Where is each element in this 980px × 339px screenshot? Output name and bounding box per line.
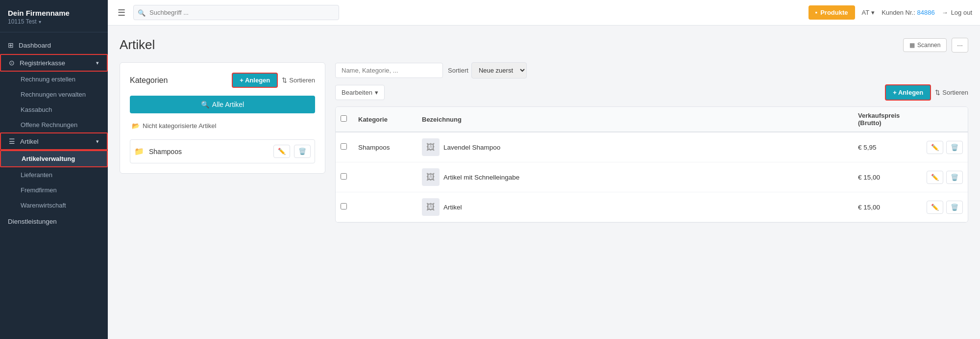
row-kategorie: Shampoos bbox=[353, 132, 417, 162]
produkte-icon: ▪ bbox=[815, 9, 818, 16]
produkte-button[interactable]: ▪ Produkte bbox=[808, 5, 855, 20]
row-checkbox[interactable] bbox=[341, 143, 347, 150]
row-delete-button[interactable]: 🗑️ bbox=[946, 201, 963, 214]
row-kategorie bbox=[353, 162, 417, 192]
artikel-search-input[interactable] bbox=[335, 63, 443, 78]
sidebar-item-dienstleistungen[interactable]: Dienstleistungen bbox=[0, 213, 108, 230]
sidebar-item-dashboard[interactable]: ⊞ Dashboard bbox=[0, 36, 108, 54]
row-edit-button[interactable]: ✏️ bbox=[927, 171, 943, 184]
sidebar-item-lieferanten[interactable]: Lieferanten bbox=[0, 167, 108, 183]
page-title-row: Artikel ▦ Scannen ··· bbox=[120, 37, 968, 52]
row-bezeichnung: 🖼 Lavendel Shampoo bbox=[417, 132, 853, 162]
kategorien-column: Kategorien + Anlegen ⇅ Sortieren 🔍 Alle … bbox=[120, 62, 325, 223]
delete-icon[interactable]: 🗑️ bbox=[294, 145, 311, 158]
kategorien-header-actions: + Anlegen ⇅ Sortieren bbox=[232, 73, 315, 88]
row-actions-cell: ✏️ 🗑️ bbox=[922, 162, 968, 192]
row-preis: € 5,95 bbox=[853, 132, 922, 162]
scan-button[interactable]: ▦ Scannen bbox=[903, 38, 947, 52]
chevron-down-icon: ▾ bbox=[96, 138, 99, 145]
sort-icon: ⇅ bbox=[935, 89, 940, 96]
logout-icon: → bbox=[942, 9, 948, 16]
col-header-preis: Verkaufspreis (Brutto) bbox=[853, 107, 922, 132]
country-selector[interactable]: AT ▾ bbox=[862, 9, 875, 16]
main-content: ☰ 🔍 ▪ Produkte AT ▾ Kunden Nr.: 84886 → … bbox=[108, 0, 980, 339]
brand-sub[interactable]: 10115 Test ▾ bbox=[8, 18, 100, 25]
row-preis: € 15,00 bbox=[853, 192, 922, 222]
artikel-anlegen-button[interactable]: + Anlegen bbox=[885, 84, 931, 101]
list-item: 📁 Shampoos ✏️ 🗑️ bbox=[130, 139, 315, 163]
scan-icon: ▦ bbox=[909, 42, 915, 49]
row-delete-button[interactable]: 🗑️ bbox=[946, 171, 963, 184]
chevron-down-icon: ▾ bbox=[96, 60, 99, 66]
chevron-down-icon: ▾ bbox=[39, 19, 41, 25]
page-actions: ▦ Scannen ··· bbox=[903, 38, 968, 52]
artikel-table-card: Kategorie Bezeichnung Verkaufspreis (Bru… bbox=[335, 106, 968, 223]
sidebar-nav: ⊞ Dashboard ⊙ Registrierkasse ▾ Rechnung… bbox=[0, 32, 108, 339]
table-row: 🖼 Artikel mit Schnelleingabe € 15,00 ✏️ … bbox=[336, 162, 968, 192]
row-bezeichnung: 🖼 Artikel mit Schnelleingabe bbox=[417, 162, 853, 192]
alle-artikel-button[interactable]: 🔍 Alle Artikel bbox=[130, 96, 315, 113]
kunden-nr: Kunden Nr.: 84886 bbox=[882, 9, 934, 16]
sidebar-item-artikel[interactable]: ☰ Artikel ▾ bbox=[0, 132, 108, 150]
search-input[interactable] bbox=[133, 5, 339, 20]
sort-select-wrap: Sortiert Neue zuerst bbox=[448, 62, 527, 78]
sort-label: Sortiert bbox=[448, 67, 468, 74]
sidebar-item-kassabuch[interactable]: Kassabuch bbox=[0, 102, 108, 117]
sidebar-item-artikelverwaltung[interactable]: Artikelverwaltung bbox=[0, 150, 108, 167]
kunden-nr-link[interactable]: 84886 bbox=[917, 9, 934, 16]
more-button[interactable]: ··· bbox=[952, 38, 968, 52]
kategorien-card: Kategorien + Anlegen ⇅ Sortieren 🔍 Alle … bbox=[120, 62, 325, 174]
search-icon: 🔍 bbox=[201, 101, 209, 108]
artikel-filter-row: Sortiert Neue zuerst bbox=[335, 62, 968, 78]
search-bar: 🔍 bbox=[133, 5, 339, 20]
chevron-down-icon: ▾ bbox=[375, 89, 378, 96]
category-name: Shampoos bbox=[149, 148, 269, 156]
menu-icon[interactable]: ☰ bbox=[116, 5, 127, 20]
artikel-toolbar: Bearbeiten ▾ + Anlegen ⇅ Sortieren bbox=[335, 84, 968, 101]
sidebar-item-registrierkasse[interactable]: ⊙ Registrierkasse ▾ bbox=[0, 54, 108, 72]
row-kategorie bbox=[353, 192, 417, 222]
topbar-right: ▪ Produkte AT ▾ Kunden Nr.: 84886 → Log … bbox=[808, 5, 972, 20]
artikel-column: Sortiert Neue zuerst Bearbeiten ▾ bbox=[335, 62, 968, 223]
search-icon: 🔍 bbox=[138, 9, 146, 16]
logout-button[interactable]: → Log out bbox=[942, 9, 972, 16]
kategorien-sort-button[interactable]: ⇅ Sortieren bbox=[282, 77, 315, 84]
row-edit-button[interactable]: ✏️ bbox=[927, 201, 943, 214]
sidebar-item-fremdfirmen[interactable]: Fremdfirmen bbox=[0, 183, 108, 198]
toolbar-left: Bearbeiten ▾ bbox=[335, 85, 385, 100]
select-all-checkbox[interactable] bbox=[341, 115, 347, 122]
product-thumbnail: 🖼 bbox=[422, 138, 440, 156]
brand-name: Dein Firmenname bbox=[8, 9, 100, 17]
edit-icon[interactable]: ✏️ bbox=[273, 145, 290, 158]
row-delete-button[interactable]: 🗑️ bbox=[946, 141, 963, 154]
bearbeiten-button[interactable]: Bearbeiten ▾ bbox=[335, 85, 385, 100]
col-header-actions bbox=[922, 107, 968, 132]
row-edit-button[interactable]: ✏️ bbox=[927, 141, 943, 154]
kategorien-anlegen-button[interactable]: + Anlegen bbox=[232, 73, 278, 88]
nicht-kategorisiert-button[interactable]: 📂 Nicht kategorisierte Artikel bbox=[130, 118, 315, 133]
artikel-icon: ☰ bbox=[9, 137, 15, 145]
row-actions-cell: ✏️ 🗑️ bbox=[922, 132, 968, 162]
row-actions-cell: ✏️ 🗑️ bbox=[922, 192, 968, 222]
sidebar-item-rechnung-erstellen[interactable]: Rechnung erstellen bbox=[0, 72, 108, 87]
sidebar-brand: Dein Firmenname 10115 Test ▾ bbox=[0, 0, 108, 32]
page-content: Artikel ▦ Scannen ··· Kategorien + Anleg… bbox=[108, 26, 980, 339]
row-checkbox[interactable] bbox=[341, 203, 347, 209]
folder-icon: 📂 bbox=[132, 122, 140, 130]
product-thumbnail: 🖼 bbox=[422, 168, 440, 186]
sort-select[interactable]: Neue zuerst bbox=[471, 62, 527, 78]
toolbar-right: + Anlegen ⇅ Sortieren bbox=[885, 84, 968, 101]
row-bezeichnung: 🖼 Artikel bbox=[417, 192, 853, 222]
sidebar-item-offene-rechnungen[interactable]: Offene Rechnungen bbox=[0, 117, 108, 132]
kategorien-header: Kategorien + Anlegen ⇅ Sortieren bbox=[130, 73, 315, 88]
artikel-sort-button[interactable]: ⇅ Sortieren bbox=[935, 89, 968, 96]
sidebar-item-rechnungen-verwalten[interactable]: Rechnungen verwalten bbox=[0, 87, 108, 102]
folder-icon: 📁 bbox=[134, 147, 144, 156]
sidebar-item-warenwirtschaft[interactable]: Warenwirtschaft bbox=[0, 198, 108, 213]
col-header-kategorie: Kategorie bbox=[353, 107, 417, 132]
row-checkbox[interactable] bbox=[341, 173, 347, 180]
table-row: Shampoos 🖼 Lavendel Shampoo € 5,95 ✏️ 🗑️ bbox=[336, 132, 968, 162]
sidebar: Dein Firmenname 10115 Test ▾ ⊞ Dashboard… bbox=[0, 0, 108, 339]
artikel-table: Kategorie Bezeichnung Verkaufspreis (Bru… bbox=[336, 107, 968, 222]
row-preis: € 15,00 bbox=[853, 162, 922, 192]
